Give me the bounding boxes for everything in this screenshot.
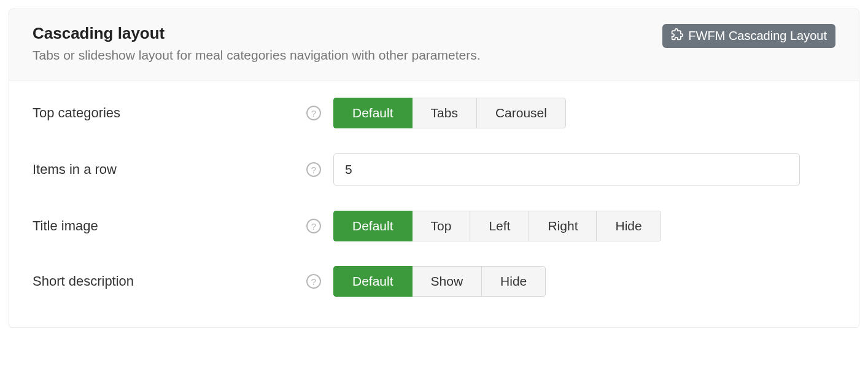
cascading-layout-panel: Cascading layout Tabs or slideshow layou… xyxy=(9,9,859,328)
row-short-description: Short description ? Default Show Hide xyxy=(33,266,835,297)
panel-body: Top categories ? Default Tabs Carousel I… xyxy=(9,80,859,327)
short-description-option-show[interactable]: Show xyxy=(412,266,482,297)
segmented-title-image: Default Top Left Right Hide xyxy=(333,211,661,241)
panel-description: Tabs or slideshow layout for meal catego… xyxy=(33,48,481,63)
plugin-badge-label: FWFM Cascading Layout xyxy=(688,29,827,43)
control-top-categories: Default Tabs Carousel xyxy=(333,98,835,128)
row-title-image: Title image ? Default Top Left Right Hid… xyxy=(33,211,835,241)
title-image-option-default[interactable]: Default xyxy=(333,211,413,241)
title-image-option-top[interactable]: Top xyxy=(412,211,471,241)
title-image-option-hide[interactable]: Hide xyxy=(596,211,661,241)
help-icon[interactable]: ? xyxy=(306,106,321,120)
title-image-option-left[interactable]: Left xyxy=(470,211,529,241)
control-items-in-row xyxy=(333,153,835,186)
panel-header-text: Cascading layout Tabs or slideshow layou… xyxy=(33,24,481,63)
row-items-in-row: Items in a row ? xyxy=(33,153,835,186)
puzzle-icon xyxy=(671,28,683,44)
segmented-short-description: Default Show Hide xyxy=(333,266,546,297)
row-top-categories: Top categories ? Default Tabs Carousel xyxy=(33,98,835,128)
control-title-image: Default Top Left Right Hide xyxy=(333,211,835,241)
label-items-in-row: Items in a row ? xyxy=(33,162,333,178)
panel-header: Cascading layout Tabs or slideshow layou… xyxy=(9,9,859,80)
label-short-description: Short description ? xyxy=(33,273,333,289)
plugin-badge: FWFM Cascading Layout xyxy=(662,24,835,48)
help-icon[interactable]: ? xyxy=(306,274,321,289)
top-categories-option-tabs[interactable]: Tabs xyxy=(412,98,477,128)
top-categories-option-carousel[interactable]: Carousel xyxy=(476,98,566,128)
label-text-short-description: Short description xyxy=(33,273,134,289)
label-title-image: Title image ? xyxy=(33,218,333,234)
label-text-top-categories: Top categories xyxy=(33,105,120,121)
short-description-option-default[interactable]: Default xyxy=(333,266,413,297)
control-short-description: Default Show Hide xyxy=(333,266,835,297)
label-top-categories: Top categories ? xyxy=(33,105,333,121)
short-description-option-hide[interactable]: Hide xyxy=(481,266,546,297)
label-text-title-image: Title image xyxy=(33,218,98,234)
items-in-row-input[interactable] xyxy=(333,153,800,186)
help-icon[interactable]: ? xyxy=(306,219,321,233)
help-icon[interactable]: ? xyxy=(306,162,321,177)
panel-title: Cascading layout xyxy=(33,24,481,43)
title-image-option-right[interactable]: Right xyxy=(529,211,597,241)
top-categories-option-default[interactable]: Default xyxy=(333,98,413,128)
segmented-top-categories: Default Tabs Carousel xyxy=(333,98,566,128)
label-text-items-in-row: Items in a row xyxy=(33,162,117,178)
